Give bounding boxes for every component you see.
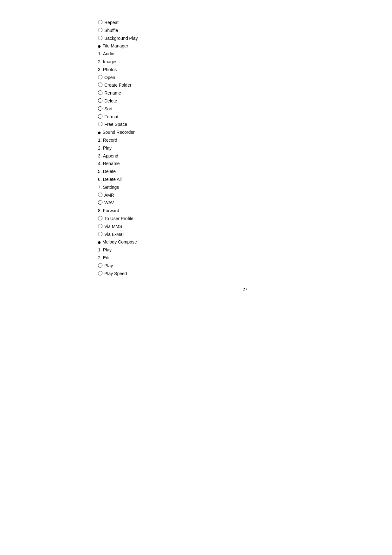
item-label: Photos [103,66,117,74]
list-item: 4.Rename [98,160,392,168]
list-item: Sort [98,105,392,113]
list-item: Via E-Mail [98,231,392,238]
list-item: Format [98,113,392,121]
item-label: File Manager [102,42,128,50]
item-label: Free Space [104,121,127,128]
list-item: Open [98,74,392,82]
item-label: Shuffle [104,27,118,34]
item-label: Forward [103,207,119,215]
item-label: Sound Recorder [102,129,135,136]
list-item: Repeat [98,19,392,27]
item-label: Settings [103,184,119,191]
list-item: 3.Photos [98,66,392,74]
item-label: Edit [103,254,111,262]
item-label: Play [103,246,112,254]
item-label: Open [104,74,115,82]
list-item: To User Profile [98,215,392,223]
item-number: 1. [98,50,102,58]
item-number: 3. [98,152,102,160]
bullet-icon [98,45,101,48]
list-item: File Manager [98,42,392,50]
list-item: Play Speed [98,270,392,278]
item-number: 5. [98,168,102,176]
list-item: 6.Delete All [98,176,392,183]
list-item: Melody Compose [98,238,392,246]
circle-icon [98,98,102,103]
item-number: 2. [98,58,102,66]
circle-icon [98,20,102,24]
list-item: Background Play [98,35,392,42]
item-number: 1. [98,246,102,254]
item-number: 8. [98,207,102,215]
item-label: Melody Compose [102,238,137,246]
list-item: Rename [98,89,392,97]
page-content: RepeatShuffleBackground PlayFile Manager… [0,0,392,311]
item-label: AMR [104,192,114,199]
item-number: 2. [98,145,102,152]
bullet-icon [98,241,101,244]
item-label: Rename [104,89,121,97]
list-item: 2.Play [98,145,392,152]
circle-icon [98,90,102,95]
item-label: Play [104,262,113,270]
circle-icon [98,200,102,205]
item-label: Format [104,113,118,121]
item-label: Delete [104,97,117,105]
circle-icon [98,216,102,220]
item-label: Images [103,58,118,66]
circle-icon [98,83,102,87]
list-item: 5.Delete [98,168,392,176]
list-item: 7.Settings [98,184,392,191]
item-label: Background Play [104,35,138,42]
list-item: 1.Play [98,246,392,254]
list-item: 8.Forward [98,207,392,215]
list-item: Create Folder [98,82,392,89]
page-number: 27 [98,287,392,292]
item-label: Repeat [104,19,119,27]
item-label: Delete [103,168,116,176]
circle-icon [98,232,102,236]
circle-icon [98,114,102,119]
circle-icon [98,28,102,32]
list-item: Shuffle [98,27,392,34]
item-label: Via E-Mail [104,231,125,238]
list-item: 2.Images [98,58,392,66]
list-item: Delete [98,97,392,105]
item-number: 3. [98,66,102,74]
content-list: RepeatShuffleBackground PlayFile Manager… [98,19,392,277]
item-label: Via MMS [104,223,122,231]
item-label: Play Speed [104,270,127,278]
item-number: 2. [98,254,102,262]
item-label: To User Profile [104,215,133,223]
item-number: 1. [98,137,102,144]
circle-icon [98,224,102,228]
item-label: Append [103,152,118,160]
circle-icon [98,122,102,126]
list-item: Free Space [98,121,392,128]
item-label: Delete All [103,176,122,183]
list-item: Sound Recorder [98,129,392,136]
item-label: WAV [104,199,114,207]
list-item: AMR [98,192,392,199]
circle-icon [98,36,102,40]
circle-icon [98,193,102,197]
item-label: Sort [104,105,113,113]
item-number: 6. [98,176,102,183]
item-label: Create Folder [104,82,132,89]
item-number: 7. [98,184,102,191]
circle-icon [98,263,102,268]
item-label: Record [103,137,117,144]
item-label: Audio [103,50,114,58]
list-item: WAV [98,199,392,207]
item-label: Play [103,145,112,152]
circle-icon [98,106,102,111]
list-item: Via MMS [98,223,392,231]
item-label: Rename [103,160,120,168]
list-item: 3.Append [98,152,392,160]
list-item: Play [98,262,392,270]
list-item: 2.Edit [98,254,392,262]
list-item: 1.Record [98,137,392,144]
item-number: 4. [98,160,102,168]
bullet-icon [98,132,101,134]
circle-icon [98,271,102,275]
